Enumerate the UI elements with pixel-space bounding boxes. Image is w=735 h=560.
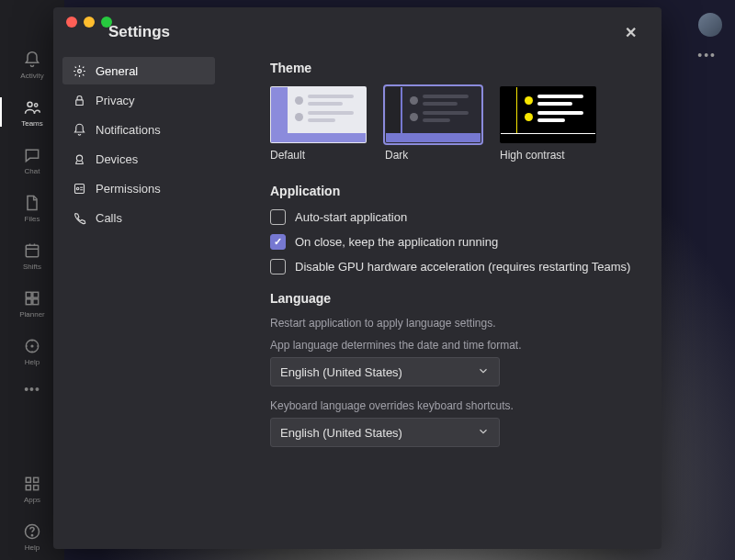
svg-point-1 [35,103,38,106]
settings-nav: General Privacy Notifications Devices Pe… [53,57,224,549]
permissions-icon [72,181,86,196]
svg-rect-11 [26,485,30,489]
svg-point-0 [28,102,32,106]
rail-label: Apps [24,496,40,504]
chevron-down-icon [477,364,490,380]
svg-rect-16 [75,99,83,105]
theme-heading: Theme [270,61,643,75]
nav-label: Calls [96,211,122,225]
svg-rect-5 [26,298,31,304]
svg-point-19 [76,187,79,190]
rail-label: Planner [19,310,45,319]
check-autostart[interactable]: Auto-start application [270,209,643,225]
apps-icon [22,474,42,494]
theme-label: High contrast [500,149,596,162]
modal-header: Settings ✕ [53,7,662,57]
app-language-dropdown[interactable]: English (United States) [270,357,500,386]
check-disable-gpu[interactable]: Disable GPU hardware acceleration (requi… [270,259,643,274]
rail-label: Teams [21,119,43,128]
svg-rect-6 [33,298,39,304]
minimize-window-icon[interactable] [84,17,95,28]
svg-point-14 [31,534,32,535]
theme-label: Default [270,149,367,162]
avatar[interactable] [698,13,722,37]
check-label: Disable GPU hardware acceleration (requi… [295,260,630,274]
dropdown-value: English (United States) [280,426,402,440]
check-label: On close, keep the application running [295,235,498,249]
bell-icon [72,122,86,137]
keyboard-language-dropdown[interactable]: English (United States) [270,418,500,447]
nav-item-general[interactable]: General [62,57,215,84]
svg-rect-3 [26,292,31,297]
app-lang-note: App language determines the date and tim… [270,339,643,352]
gear-icon [72,63,86,78]
restart-note: Restart application to apply language se… [270,317,643,330]
nav-label: Permissions [96,182,161,196]
nav-label: Notifications [96,123,161,137]
dropdown-value: English (United States) [280,365,402,379]
rail-label: Help [25,543,40,552]
rail-label: Shifts [23,263,41,271]
theme-option-high-contrast[interactable]: High contrast [500,86,596,162]
window-controls [66,17,112,28]
kb-lang-note: Keyboard language overrides keyboard sho… [270,399,643,412]
nav-item-permissions[interactable]: Permissions [62,174,215,202]
svg-point-17 [76,155,82,161]
close-icon[interactable]: ✕ [617,19,643,45]
checkbox[interactable] [270,234,286,250]
check-label: Auto-start application [295,210,407,224]
rail-label: Chat [25,167,40,175]
nav-label: Privacy [96,94,135,107]
planner-icon [22,288,42,308]
rail-label: Help [25,358,40,366]
maximize-window-icon[interactable] [101,17,112,28]
shifts-icon [22,241,42,261]
teams-icon [22,97,42,118]
nav-label: Devices [96,152,138,166]
help-icon [22,336,42,356]
help-circle-icon [22,521,42,542]
rail-more-icon[interactable]: ••• [24,382,40,397]
bell-icon [22,50,42,70]
language-heading: Language [270,291,643,306]
svg-point-8 [31,345,33,347]
svg-rect-2 [26,245,38,257]
settings-modal: Settings ✕ General Privacy Notifications… [53,7,662,549]
theme-options: Default Dark [270,86,643,162]
devices-icon [72,151,86,166]
checkbox[interactable] [270,209,286,225]
svg-rect-9 [26,477,30,482]
svg-rect-10 [34,477,39,482]
rail-label: Activity [20,72,43,80]
theme-label: Dark [385,149,481,162]
chevron-down-icon [477,425,490,441]
modal-title: Settings [108,23,170,41]
more-menu-icon[interactable]: ••• [697,48,717,62]
rail-label: Files [25,215,40,223]
svg-point-15 [77,69,81,73]
chat-icon [22,145,42,165]
theme-option-dark[interactable]: Dark [385,86,481,162]
checkbox[interactable] [270,259,286,274]
nav-item-calls[interactable]: Calls [62,204,215,231]
theme-thumb-hc [500,86,596,143]
theme-option-default[interactable]: Default [270,86,367,162]
settings-content: Theme Default [224,57,662,549]
theme-thumb-default [270,86,367,143]
check-keep-running[interactable]: On close, keep the application running [270,234,643,250]
svg-rect-4 [33,292,39,297]
svg-rect-12 [34,485,39,489]
close-window-icon[interactable] [66,17,77,28]
theme-thumb-dark [385,86,481,143]
phone-icon [72,210,86,225]
application-heading: Application [270,184,643,198]
nav-item-notifications[interactable]: Notifications [62,116,215,143]
nav-label: General [96,64,138,78]
nav-item-devices[interactable]: Devices [62,145,215,173]
nav-item-privacy[interactable]: Privacy [62,86,215,114]
lock-icon [72,93,86,107]
files-icon [22,193,42,213]
